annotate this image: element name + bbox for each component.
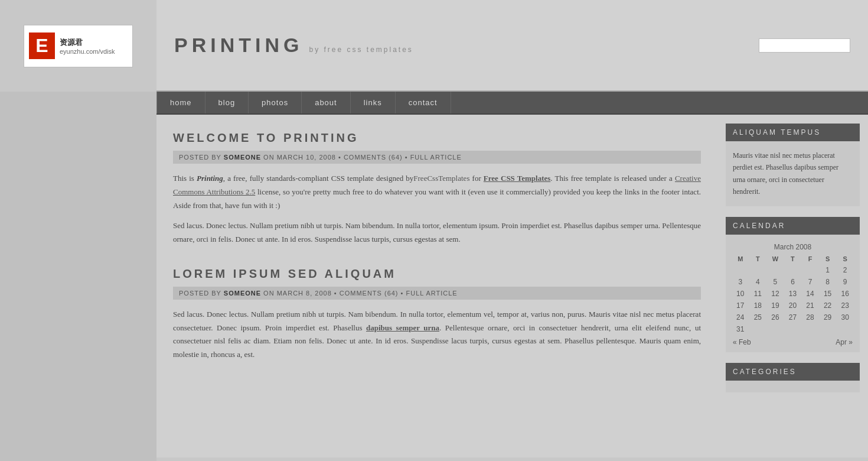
cal-day[interactable]: 23 bbox=[836, 300, 854, 311]
cal-day[interactable]: 3 bbox=[732, 276, 749, 288]
cal-day[interactable]: 25 bbox=[749, 311, 767, 323]
post-2-date: MARCH 8, 2008 bbox=[277, 290, 332, 297]
cal-day bbox=[749, 323, 767, 335]
header: PRINTING by free css templates bbox=[156, 0, 868, 92]
post-2: LOREM IPSUM SED ALIQUAM POSTED BY SOMEON… bbox=[173, 267, 701, 362]
cal-day[interactable]: 11 bbox=[749, 288, 767, 300]
nav-home[interactable]: home bbox=[156, 92, 205, 113]
cal-day[interactable]: 24 bbox=[732, 311, 749, 323]
post-1-comments[interactable]: COMMENTS (64) bbox=[344, 154, 403, 161]
cal-prev[interactable]: « Feb bbox=[733, 338, 751, 346]
post-1-meta: POSTED BY SOMEONE ON MARCH 10, 2008 • CO… bbox=[173, 151, 701, 164]
widget-calendar-title: CALENDAR bbox=[726, 217, 860, 235]
cal-day[interactable]: 31 bbox=[732, 323, 749, 335]
widget-calendar: CALENDAR March 2008 M T W T F S bbox=[726, 217, 860, 352]
cal-day[interactable]: 29 bbox=[819, 311, 837, 323]
widget-aliquam-content: Mauris vitae nisl nec metus placerat per… bbox=[726, 141, 860, 206]
logo: E 资源君 eyunzhu.com/vdisk bbox=[24, 25, 133, 67]
cal-next[interactable]: Apr » bbox=[836, 338, 853, 346]
cal-header-w: W bbox=[766, 254, 784, 264]
cal-header-m: M bbox=[732, 254, 749, 264]
site-subtitle: by free css templates bbox=[309, 46, 413, 54]
content-area: WELCOME TO PRINTING POSTED BY SOMEONE ON… bbox=[156, 115, 717, 457]
cal-header-t1: T bbox=[749, 254, 767, 264]
cal-day[interactable]: 20 bbox=[784, 300, 802, 311]
cal-day[interactable]: 9 bbox=[836, 276, 854, 288]
post-2-title: LOREM IPSUM SED ALIQUAM bbox=[173, 267, 701, 281]
post-1-body: This is Printing, a free, fully standard… bbox=[173, 172, 701, 246]
post-1-para-2: Sed lacus. Donec lectus. Nullam pretium … bbox=[173, 219, 701, 246]
widget-categories: CATEGORIES bbox=[726, 363, 860, 392]
cal-day[interactable]: 17 bbox=[732, 300, 749, 311]
cal-day[interactable]: 28 bbox=[801, 311, 819, 323]
cal-day[interactable]: 4 bbox=[749, 276, 767, 288]
cal-day bbox=[784, 264, 802, 276]
cal-header-f: F bbox=[801, 254, 819, 264]
logo-url: eyunzhu.com/vdisk bbox=[60, 48, 115, 55]
cal-day bbox=[766, 323, 784, 335]
cal-day bbox=[819, 323, 837, 335]
widget-calendar-content: March 2008 M T W T F S S bbox=[726, 235, 860, 352]
cal-day bbox=[784, 323, 802, 335]
search-input[interactable] bbox=[759, 38, 850, 53]
nav-blog[interactable]: blog bbox=[205, 92, 249, 113]
logo-e-box: E bbox=[29, 33, 55, 59]
nav-about[interactable]: about bbox=[302, 92, 351, 113]
cal-day[interactable]: 1 bbox=[819, 264, 837, 276]
post-1-para-1: This is Printing, a free, fully standard… bbox=[173, 172, 701, 212]
widget-categories-content bbox=[726, 381, 860, 392]
cal-day bbox=[836, 323, 854, 335]
post-1-date: MARCH 10, 2008 bbox=[277, 154, 336, 161]
nav-photos[interactable]: photos bbox=[249, 92, 302, 113]
cal-day[interactable]: 7 bbox=[801, 276, 819, 288]
cal-day[interactable]: 12 bbox=[766, 288, 784, 300]
cal-header-s1: S bbox=[819, 254, 837, 264]
cal-day bbox=[749, 264, 767, 276]
site-title-area: PRINTING by free css templates bbox=[174, 34, 413, 57]
cal-day[interactable]: 18 bbox=[749, 300, 767, 311]
post-2-full[interactable]: FULL ARTICLE bbox=[406, 290, 458, 297]
cal-day bbox=[801, 323, 819, 335]
cal-day[interactable]: 13 bbox=[784, 288, 802, 300]
cal-day[interactable]: 30 bbox=[836, 311, 854, 323]
nav-contact[interactable]: contact bbox=[396, 92, 451, 113]
widget-aliquam: ALIQUAM TEMPUS Mauris vitae nisl nec met… bbox=[726, 124, 860, 206]
logo-text-area: 资源君 eyunzhu.com/vdisk bbox=[60, 37, 115, 55]
cal-day[interactable]: 27 bbox=[784, 311, 802, 323]
post-1-author: SOMEONE bbox=[224, 154, 261, 161]
cal-day[interactable]: 2 bbox=[836, 264, 854, 276]
post-1-full[interactable]: FULL ARTICLE bbox=[410, 154, 462, 161]
cal-header-t2: T bbox=[784, 254, 802, 264]
post-2-para-1: Sed lacus. Donec lectus. Nullam pretium … bbox=[173, 308, 701, 362]
cal-header-s2: S bbox=[836, 254, 854, 264]
nav: home blog photos about links contact bbox=[156, 92, 868, 115]
logo-area: E 资源君 eyunzhu.com/vdisk bbox=[0, 0, 156, 92]
cal-day[interactable]: 10 bbox=[732, 288, 749, 300]
cal-day[interactable]: 22 bbox=[819, 300, 837, 311]
cal-day[interactable]: 6 bbox=[784, 276, 802, 288]
nav-links[interactable]: links bbox=[351, 92, 396, 113]
widget-categories-title: CATEGORIES bbox=[726, 363, 860, 381]
cal-day[interactable]: 19 bbox=[766, 300, 784, 311]
post-2-author: SOMEONE bbox=[224, 290, 261, 297]
cal-day[interactable]: 21 bbox=[801, 300, 819, 311]
post-1: WELCOME TO PRINTING POSTED BY SOMEONE ON… bbox=[173, 131, 701, 246]
cal-day[interactable]: 26 bbox=[766, 311, 784, 323]
cal-day[interactable]: 5 bbox=[766, 276, 784, 288]
cal-nav: « Feb Apr » bbox=[732, 335, 854, 348]
left-panel: E 资源君 eyunzhu.com/vdisk bbox=[0, 0, 156, 461]
cal-day[interactable]: 8 bbox=[819, 276, 837, 288]
cal-day[interactable]: 14 bbox=[801, 288, 819, 300]
main-area: WELCOME TO PRINTING POSTED BY SOMEONE ON… bbox=[156, 115, 868, 457]
widget-aliquam-title: ALIQUAM TEMPUS bbox=[726, 124, 860, 141]
logo-brand: 资源君 bbox=[60, 37, 115, 48]
post-2-body: Sed lacus. Donec lectus. Nullam pretium … bbox=[173, 308, 701, 362]
cal-day bbox=[732, 264, 749, 276]
calendar-caption: March 2008 bbox=[732, 241, 854, 254]
post-2-comments[interactable]: COMMENTS (64) bbox=[340, 290, 399, 297]
site-title: PRINTING bbox=[174, 34, 303, 57]
post-1-title: WELCOME TO PRINTING bbox=[173, 131, 701, 145]
cal-day[interactable]: 15 bbox=[819, 288, 837, 300]
cal-day[interactable]: 16 bbox=[836, 288, 854, 300]
cal-day bbox=[801, 264, 819, 276]
